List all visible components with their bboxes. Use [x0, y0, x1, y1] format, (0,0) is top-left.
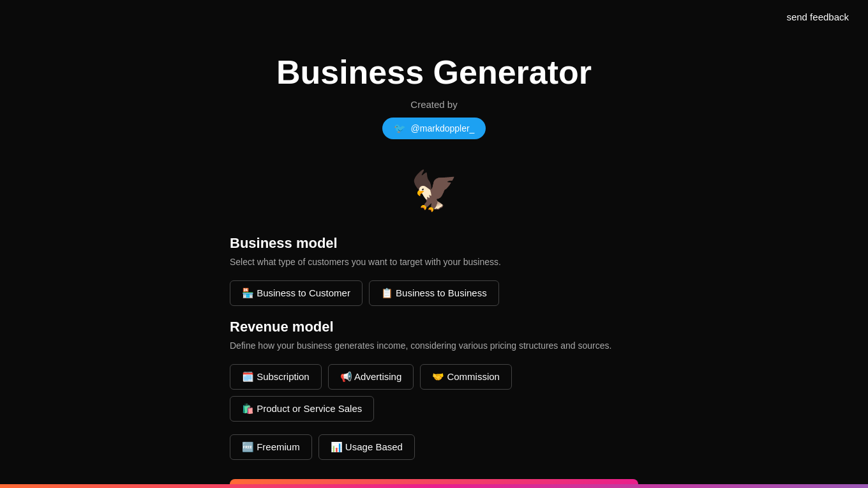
hero-section: Business Generator Created by 🐦 @markdop…	[0, 34, 868, 146]
revenue-model-desc: Define how your business generates incom…	[230, 339, 638, 353]
freemium-label: Freemium	[257, 441, 300, 452]
top-bar: send feedback	[0, 0, 868, 34]
twitter-link[interactable]: 🐦 @markdoppler_	[382, 118, 486, 139]
freemium-button[interactable]: 🆓 Freemium	[230, 434, 312, 460]
usage-based-label: Usage Based	[345, 441, 403, 452]
commission-label: Commission	[447, 371, 500, 382]
advertising-emoji: 📢	[340, 371, 352, 382]
illustration-area: 🦅	[0, 146, 868, 229]
usage-based-emoji: 📊	[331, 441, 343, 452]
commission-button[interactable]: 🤝 Commission	[420, 364, 512, 390]
created-by-text: Created by	[13, 99, 855, 110]
send-feedback-link[interactable]: send feedback	[786, 11, 849, 22]
subscription-label: Subscription	[257, 371, 310, 382]
b2c-emoji: 🏪	[242, 287, 254, 298]
b2c-label: Business to Customer	[257, 287, 350, 298]
advertising-label: Advertising	[354, 371, 401, 382]
revenue-model-options: 🗓️ Subscription 📢 Advertising 🤝 Commissi…	[230, 364, 638, 422]
bird-illustration: 🦅	[396, 158, 472, 222]
business-model-options: 🏪 Business to Customer 📋 Business to Bus…	[230, 280, 638, 306]
twitter-handle: @markdoppler_	[411, 123, 475, 133]
b2b-emoji: 📋	[381, 287, 393, 298]
subscription-button[interactable]: 🗓️ Subscription	[230, 364, 322, 390]
subscription-emoji: 🗓️	[242, 371, 254, 382]
business-model-desc: Select what type of customers you want t…	[230, 255, 638, 269]
commission-emoji: 🤝	[432, 371, 444, 382]
freemium-emoji: 🆓	[242, 441, 254, 452]
b2c-button[interactable]: 🏪 Business to Customer	[230, 280, 363, 306]
bottom-bar	[0, 484, 868, 488]
product-sales-label: Product or Service Sales	[257, 403, 362, 414]
main-title: Business Generator	[13, 53, 855, 91]
business-model-title: Business model	[230, 235, 638, 252]
usage-based-button[interactable]: 📊 Usage Based	[318, 434, 415, 460]
product-sales-button[interactable]: 🛍️ Product or Service Sales	[230, 396, 374, 422]
revenue-model-options-row2: 🆓 Freemium 📊 Usage Based	[230, 434, 638, 460]
content-section: Business model Select what type of custo…	[211, 229, 657, 488]
revenue-model-title: Revenue model	[230, 319, 638, 335]
b2b-button[interactable]: 📋 Business to Business	[369, 280, 499, 306]
b2b-label: Business to Business	[396, 287, 487, 298]
advertising-button[interactable]: 📢 Advertising	[328, 364, 414, 390]
twitter-icon: 🐦	[394, 123, 406, 134]
product-sales-emoji: 🛍️	[242, 403, 254, 414]
